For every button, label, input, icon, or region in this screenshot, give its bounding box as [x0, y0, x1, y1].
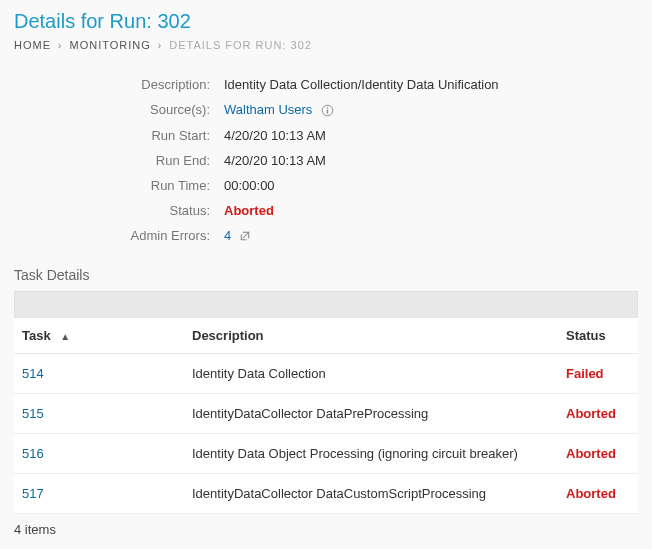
- col-task-label: Task: [22, 328, 51, 343]
- sources-label: Source(s):: [14, 102, 224, 117]
- page-title: Details for Run: 302: [0, 0, 652, 39]
- run-end-value: 4/20/20 10:13 AM: [224, 153, 638, 168]
- info-icon[interactable]: [320, 104, 334, 118]
- task-desc-cell: IdentityDataCollector DataCustomScriptPr…: [184, 473, 558, 513]
- chevron-right-icon: ›: [158, 40, 162, 51]
- description-label: Description:: [14, 77, 224, 92]
- task-status-cell: Aborted: [558, 433, 638, 473]
- table-row: 516Identity Data Object Processing (igno…: [14, 433, 638, 473]
- task-desc-cell: Identity Data Object Processing (ignorin…: [184, 433, 558, 473]
- task-desc-cell: Identity Data Collection: [184, 353, 558, 393]
- admin-errors-value: 4: [224, 228, 638, 243]
- table-row: 515IdentityDataCollector DataPreProcessi…: [14, 393, 638, 433]
- breadcrumb: HOME › MONITORING › DETAILS FOR RUN: 302: [0, 39, 652, 71]
- chevron-right-icon: ›: [58, 40, 62, 51]
- task-status-cell: Aborted: [558, 473, 638, 513]
- breadcrumb-home[interactable]: HOME: [14, 39, 51, 51]
- sources-link[interactable]: Waltham Users: [224, 102, 312, 117]
- sources-value: Waltham Users: [224, 102, 638, 118]
- run-time-value: 00:00:00: [224, 178, 638, 193]
- svg-rect-2: [326, 107, 327, 108]
- task-id-link[interactable]: 514: [22, 366, 44, 381]
- table-header-row: Task ▲ Description Status: [14, 317, 638, 353]
- description-value: Identity Data Collection/Identity Data U…: [224, 77, 638, 92]
- admin-errors-label: Admin Errors:: [14, 228, 224, 243]
- grid-toolbar: [14, 291, 638, 317]
- task-id-cell: 515: [14, 393, 184, 433]
- table-row: 517IdentityDataCollector DataCustomScrip…: [14, 473, 638, 513]
- task-id-cell: 516: [14, 433, 184, 473]
- task-status-cell: Aborted: [558, 393, 638, 433]
- status-value: Aborted: [224, 203, 638, 218]
- sort-asc-icon: ▲: [60, 331, 70, 342]
- col-status[interactable]: Status: [558, 317, 638, 353]
- task-id-cell: 517: [14, 473, 184, 513]
- external-link-icon[interactable]: [239, 230, 251, 242]
- task-table: Task ▲ Description Status 514Identity Da…: [14, 317, 638, 514]
- run-details: Description: Identity Data Collection/Id…: [0, 71, 652, 267]
- task-status-cell: Failed: [558, 353, 638, 393]
- items-count: 4 items: [0, 514, 652, 549]
- task-id-link[interactable]: 515: [22, 406, 44, 421]
- svg-rect-1: [326, 110, 327, 114]
- col-description[interactable]: Description: [184, 317, 558, 353]
- run-end-label: Run End:: [14, 153, 224, 168]
- task-id-cell: 514: [14, 353, 184, 393]
- table-row: 514Identity Data CollectionFailed: [14, 353, 638, 393]
- admin-errors-link[interactable]: 4: [224, 228, 231, 243]
- task-desc-cell: IdentityDataCollector DataPreProcessing: [184, 393, 558, 433]
- task-details-title: Task Details: [0, 267, 652, 291]
- run-time-label: Run Time:: [14, 178, 224, 193]
- breadcrumb-current: DETAILS FOR RUN: 302: [169, 39, 312, 51]
- task-id-link[interactable]: 517: [22, 486, 44, 501]
- run-start-label: Run Start:: [14, 128, 224, 143]
- task-id-link[interactable]: 516: [22, 446, 44, 461]
- breadcrumb-monitoring[interactable]: MONITORING: [69, 39, 150, 51]
- status-label: Status:: [14, 203, 224, 218]
- col-task[interactable]: Task ▲: [14, 317, 184, 353]
- run-start-value: 4/20/20 10:13 AM: [224, 128, 638, 143]
